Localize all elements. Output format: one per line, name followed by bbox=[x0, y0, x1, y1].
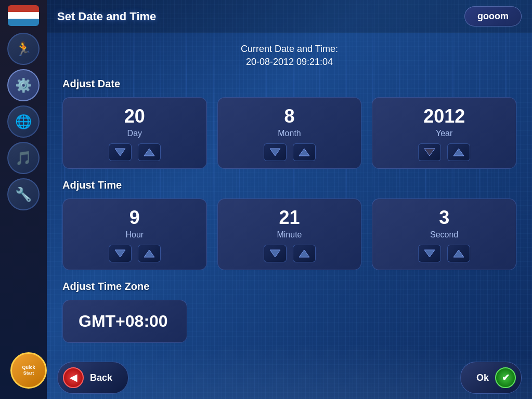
minute-arrows bbox=[264, 245, 316, 262]
hour-arrows bbox=[109, 245, 161, 262]
svg-marker-1 bbox=[144, 149, 154, 156]
back-button[interactable]: ◀ Back bbox=[57, 362, 128, 394]
topbar: Set Date and Time gooom bbox=[47, 0, 532, 33]
quick-start-label: Quick Start bbox=[22, 365, 35, 376]
svg-marker-3 bbox=[299, 149, 309, 156]
quick-start-button[interactable]: Quick Start bbox=[10, 352, 47, 389]
year-label: Year bbox=[436, 129, 452, 138]
settings-icon: ⚙️ bbox=[15, 77, 32, 94]
second-up-button[interactable] bbox=[447, 245, 470, 262]
month-control: 8 Month bbox=[217, 97, 362, 169]
current-datetime-value: 20-08-2012 09:21:04 bbox=[62, 57, 516, 68]
svg-marker-5 bbox=[453, 149, 464, 156]
sidebar-item-exercise[interactable]: 🏃 bbox=[7, 33, 40, 65]
timezone-control[interactable]: GMT+08:00 bbox=[62, 300, 187, 343]
day-value: 20 bbox=[124, 107, 145, 126]
month-label: Month bbox=[278, 129, 301, 138]
ok-button[interactable]: Ok ✔ bbox=[460, 362, 522, 394]
back-icon: ◀ bbox=[63, 367, 84, 388]
exercise-icon: 🏃 bbox=[15, 41, 32, 57]
year-up-button[interactable] bbox=[447, 143, 470, 161]
svg-marker-7 bbox=[144, 250, 154, 257]
year-down-button[interactable] bbox=[418, 143, 441, 161]
svg-marker-9 bbox=[299, 250, 309, 257]
month-down-button[interactable] bbox=[264, 143, 287, 161]
svg-marker-6 bbox=[115, 250, 125, 257]
flag-netherlands bbox=[8, 5, 39, 26]
minute-down-button[interactable] bbox=[264, 245, 287, 262]
adjust-date-row: 20 Day 8 Mo bbox=[62, 97, 516, 169]
current-datetime-label: Current Date and Time: bbox=[62, 44, 516, 55]
globe-icon: 🌐 bbox=[15, 114, 32, 130]
adjust-timezone-label: Adjust Time Zone bbox=[62, 281, 516, 292]
svg-marker-8 bbox=[270, 250, 280, 257]
flag-red-stripe bbox=[8, 5, 39, 12]
content-area: Current Date and Time: 20-08-2012 09:21:… bbox=[47, 33, 532, 353]
month-arrows bbox=[264, 143, 316, 161]
hour-control: 9 Hour bbox=[62, 198, 207, 270]
year-value: 2012 bbox=[423, 107, 465, 126]
year-arrows bbox=[418, 143, 470, 161]
back-label: Back bbox=[90, 373, 112, 383]
day-down-button[interactable] bbox=[109, 143, 132, 161]
month-up-button[interactable] bbox=[293, 143, 316, 161]
minute-value: 21 bbox=[279, 208, 300, 227]
hour-up-button[interactable] bbox=[138, 245, 161, 262]
svg-marker-10 bbox=[424, 250, 435, 257]
minute-control: 21 Minute bbox=[217, 198, 362, 270]
hour-value: 9 bbox=[129, 208, 140, 227]
second-value: 3 bbox=[439, 208, 449, 227]
main-area: Set Date and Time gooom Current Date and… bbox=[47, 0, 532, 399]
day-label: Day bbox=[127, 129, 142, 138]
tools-icon: 🔧 bbox=[15, 187, 32, 203]
second-arrows bbox=[418, 245, 470, 262]
adjust-time-row: 9 Hour 21 M bbox=[62, 198, 516, 270]
year-control: 2012 Year bbox=[372, 97, 516, 169]
month-value: 8 bbox=[284, 107, 294, 126]
sidebar-item-music[interactable]: 🎵 bbox=[7, 142, 40, 174]
second-control: 3 Second bbox=[372, 198, 516, 270]
flag-white-stripe bbox=[8, 12, 39, 19]
svg-marker-4 bbox=[424, 149, 435, 156]
minute-label: Minute bbox=[277, 230, 302, 240]
page-title: Set Date and Time bbox=[57, 10, 156, 23]
svg-marker-0 bbox=[115, 149, 125, 156]
svg-marker-11 bbox=[453, 250, 464, 257]
ok-label: Ok bbox=[476, 373, 489, 383]
second-down-button[interactable] bbox=[418, 245, 441, 262]
ok-icon: ✔ bbox=[495, 367, 516, 388]
music-icon: 🎵 bbox=[15, 150, 32, 166]
timezone-value: GMT+08:00 bbox=[79, 312, 171, 331]
sidebar: 🏃 ⚙️ 🌐 🎵 🔧 Quick Start bbox=[0, 0, 47, 399]
sidebar-item-settings[interactable]: ⚙️ bbox=[7, 69, 40, 101]
adjust-time-label: Adjust Time bbox=[62, 179, 516, 191]
svg-marker-2 bbox=[270, 149, 280, 156]
hour-label: Hour bbox=[125, 230, 144, 240]
sidebar-item-tools[interactable]: 🔧 bbox=[7, 178, 40, 210]
minute-up-button[interactable] bbox=[293, 245, 316, 262]
user-badge: gooom bbox=[464, 6, 522, 26]
flag-blue-stripe bbox=[8, 19, 39, 26]
day-control: 20 Day bbox=[62, 97, 207, 169]
sidebar-item-globe[interactable]: 🌐 bbox=[7, 105, 40, 138]
day-up-button[interactable] bbox=[138, 143, 161, 161]
bottombar: ◀ Back Ok ✔ bbox=[47, 356, 532, 399]
day-arrows bbox=[109, 143, 161, 161]
adjust-date-label: Adjust Date bbox=[62, 78, 516, 90]
current-datetime-display: Current Date and Time: 20-08-2012 09:21:… bbox=[62, 44, 516, 68]
hour-down-button[interactable] bbox=[109, 245, 132, 262]
second-label: Second bbox=[430, 230, 458, 240]
